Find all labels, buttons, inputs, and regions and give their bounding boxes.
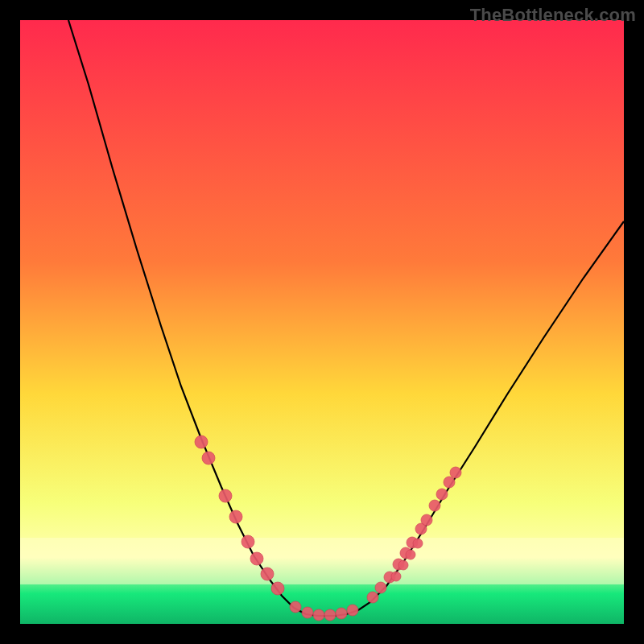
data-marker xyxy=(429,500,440,511)
data-marker xyxy=(347,605,358,616)
data-marker xyxy=(421,514,432,526)
data-marker xyxy=(398,560,408,570)
data-marker xyxy=(413,539,423,548)
data-marker xyxy=(336,608,347,619)
data-marker xyxy=(391,572,401,581)
data-marker xyxy=(229,510,242,523)
data-marker xyxy=(313,609,324,621)
data-marker xyxy=(271,582,284,595)
data-marker xyxy=(250,552,263,565)
data-marker xyxy=(436,489,448,500)
data-marker xyxy=(324,609,336,621)
data-marker xyxy=(242,535,254,548)
data-marker xyxy=(367,592,378,603)
data-marker xyxy=(450,467,461,478)
data-marker xyxy=(375,582,386,593)
bottleneck-chart xyxy=(0,0,644,644)
pale-band xyxy=(20,538,624,584)
data-marker xyxy=(406,550,415,559)
watermark-text: TheBottleneck.com xyxy=(470,5,636,26)
chart-stage: TheBottleneck.com xyxy=(0,0,644,644)
data-marker xyxy=(219,489,232,502)
plot-area xyxy=(20,20,624,624)
data-marker xyxy=(195,436,208,448)
data-marker xyxy=(261,568,274,580)
data-marker xyxy=(302,607,313,618)
data-marker xyxy=(444,477,455,488)
data-marker xyxy=(290,601,301,613)
data-marker xyxy=(202,452,215,464)
